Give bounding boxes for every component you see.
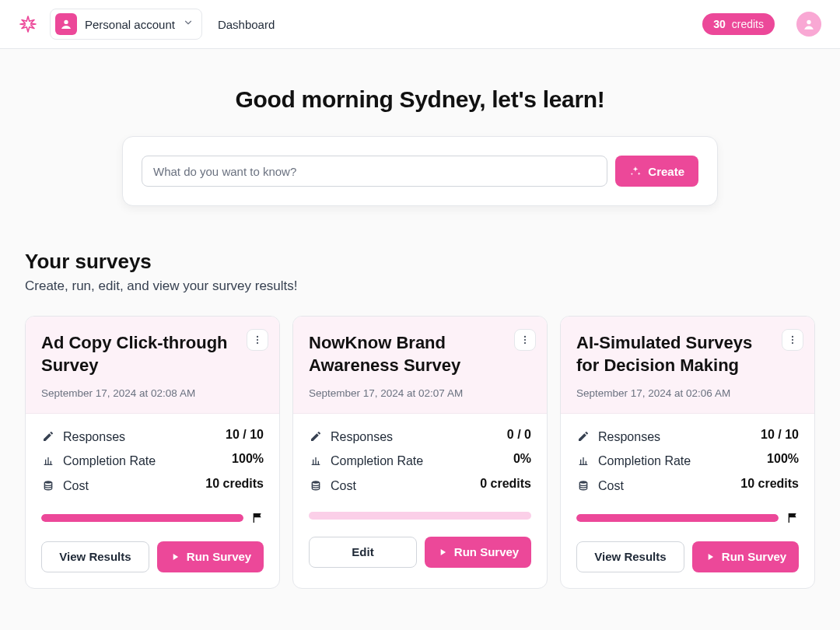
- svg-point-9: [524, 342, 526, 344]
- svg-point-10: [312, 481, 319, 483]
- stat-value: 100%: [767, 452, 799, 466]
- stat-label: Cost: [331, 477, 472, 495]
- progress-row: [576, 512, 799, 524]
- svg-point-13: [792, 342, 793, 344]
- hero: Good morning Sydney, let's learn! Create: [0, 49, 840, 206]
- stat-label: Completion Rate: [598, 452, 759, 470]
- survey-card: AI-Simulated Surveys for Decision Making…: [560, 316, 815, 589]
- stat-label: Responses: [598, 428, 753, 446]
- svg-point-7: [524, 336, 526, 338]
- svg-point-11: [792, 336, 793, 338]
- stat-value: 0 credits: [480, 477, 531, 491]
- surveys-section: Your surveys Create, run, edit, and view…: [0, 250, 840, 589]
- progress-row: [309, 512, 531, 520]
- survey-cards: Ad Copy Click-through SurveySeptember 17…: [25, 316, 815, 589]
- stat-label: Responses: [63, 428, 218, 446]
- svg-rect-6: [254, 513, 254, 523]
- create-button-label: Create: [648, 165, 684, 178]
- stat-label: Cost: [598, 477, 733, 495]
- flag-icon: [251, 512, 264, 524]
- survey-title: NowKnow Brand Awareness Survey: [309, 332, 531, 376]
- stat-label: Completion Rate: [331, 452, 506, 470]
- progress-fill: [41, 514, 243, 522]
- stat-cost: Cost0 credits: [309, 477, 531, 495]
- view-results-button[interactable]: View Results: [41, 541, 149, 572]
- main-content: Good morning Sydney, let's learn! Create…: [0, 49, 840, 630]
- flag-icon: [786, 512, 799, 524]
- run-survey-label: Run Survey: [722, 550, 786, 563]
- create-button[interactable]: Create: [615, 156, 698, 187]
- stat-completion: Completion Rate0%: [309, 452, 531, 470]
- nav-dashboard[interactable]: Dashboard: [218, 18, 275, 31]
- logo-icon: [19, 15, 37, 33]
- view-results-button[interactable]: View Results: [576, 541, 684, 572]
- card-actions: View ResultsRun Survey: [576, 541, 799, 572]
- stat-value: 10 / 10: [226, 428, 264, 442]
- stat-responses: Responses0 / 0: [309, 428, 531, 446]
- ask-input[interactable]: [142, 156, 607, 187]
- edit-icon: [576, 428, 590, 443]
- credits-count: 30: [713, 18, 726, 30]
- card-menu-button[interactable]: [514, 329, 536, 351]
- svg-point-2: [257, 336, 258, 338]
- ask-card: Create: [122, 136, 718, 206]
- coins-icon: [41, 477, 55, 492]
- account-picker[interactable]: Personal account: [50, 9, 202, 40]
- credits-pill[interactable]: 30 credits: [702, 13, 775, 35]
- card-menu-button[interactable]: [782, 329, 803, 351]
- stat-responses: Responses10 / 10: [41, 428, 264, 446]
- stat-value: 0%: [513, 452, 531, 466]
- user-avatar[interactable]: [796, 12, 821, 37]
- svg-point-5: [44, 481, 51, 483]
- survey-card: NowKnow Brand Awareness SurveySeptember …: [292, 316, 548, 589]
- svg-point-8: [524, 339, 526, 341]
- stat-completion: Completion Rate100%: [41, 452, 264, 470]
- survey-title: Ad Copy Click-through Survey: [41, 332, 264, 376]
- card-body: Responses0 / 0Completion Rate0%Cost0 cre…: [293, 414, 547, 588]
- card-header: Ad Copy Click-through SurveySeptember 17…: [26, 317, 279, 414]
- surveys-subtitle: Create, run, edit, and view your survey …: [25, 278, 815, 294]
- stat-label: Completion Rate: [63, 452, 224, 470]
- survey-date: September 17, 2024 at 02:08 AM: [41, 387, 264, 399]
- stat-value: 10 credits: [740, 477, 799, 491]
- surveys-title: Your surveys: [25, 250, 815, 274]
- card-menu-button[interactable]: [247, 329, 268, 351]
- svg-point-14: [579, 481, 586, 483]
- run-survey-button[interactable]: Run Survey: [692, 541, 799, 572]
- account-label: Personal account: [85, 18, 175, 31]
- progress-bar: [41, 514, 243, 522]
- card-body: Responses10 / 10Completion Rate100%Cost1…: [26, 414, 279, 588]
- stat-cost: Cost10 credits: [41, 477, 264, 495]
- svg-point-4: [257, 342, 258, 344]
- card-body: Responses10 / 10Completion Rate100%Cost1…: [561, 414, 814, 588]
- play-icon: [705, 551, 716, 562]
- progress-fill: [576, 514, 779, 522]
- top-bar: Personal account Dashboard 30 credits: [0, 0, 840, 49]
- credits-label: credits: [732, 18, 764, 30]
- sparkle-icon: [629, 165, 642, 177]
- stat-value: 0 / 0: [507, 428, 531, 442]
- survey-date: September 17, 2024 at 02:06 AM: [576, 387, 799, 399]
- svg-point-12: [792, 339, 793, 341]
- card-actions: View ResultsRun Survey: [41, 541, 264, 572]
- card-header: AI-Simulated Surveys for Decision Making…: [561, 317, 814, 414]
- stat-responses: Responses10 / 10: [576, 428, 799, 446]
- survey-date: September 17, 2024 at 02:07 AM: [309, 387, 531, 399]
- stat-label: Cost: [63, 477, 198, 495]
- coins-icon: [576, 477, 590, 492]
- edit-icon: [41, 428, 55, 443]
- chart-icon: [41, 452, 55, 467]
- edit-button[interactable]: Edit: [309, 537, 417, 568]
- greeting-heading: Good morning Sydney, let's learn!: [0, 86, 840, 113]
- run-survey-label: Run Survey: [187, 550, 251, 563]
- account-avatar-icon: [55, 13, 77, 35]
- play-icon: [170, 551, 180, 562]
- chevron-down-icon: [183, 17, 194, 31]
- svg-point-3: [257, 339, 258, 341]
- progress-bar: [576, 514, 779, 522]
- stat-completion: Completion Rate100%: [576, 452, 799, 470]
- run-survey-button[interactable]: Run Survey: [157, 541, 264, 572]
- coins-icon: [309, 477, 323, 492]
- run-survey-button[interactable]: Run Survey: [425, 537, 531, 568]
- svg-rect-15: [789, 513, 789, 523]
